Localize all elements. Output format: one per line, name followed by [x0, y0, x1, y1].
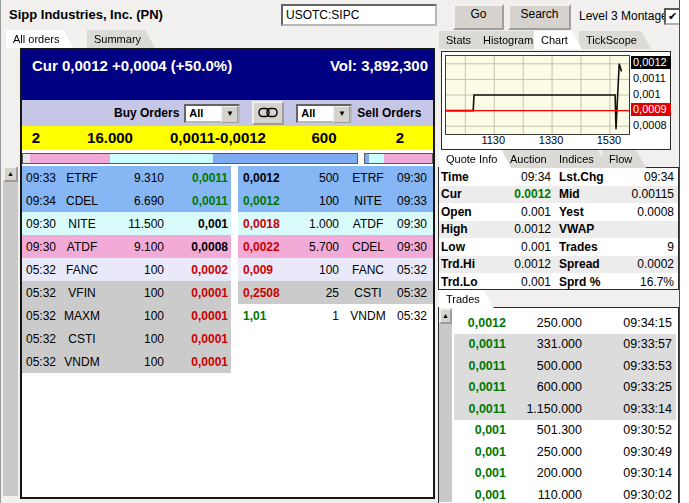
trade-time: 09:30:52	[582, 423, 676, 437]
bid-row-half[interactable]: 09:30 NITE 11.500 0,001	[22, 212, 231, 235]
trade-time: 09:34:15	[582, 316, 676, 330]
bid-mm: VNDM	[60, 355, 104, 369]
inside-spread: 0,0011-0,0012	[170, 126, 266, 150]
ask-row-half[interactable]: 0,0018 1.000 ATDF 09:30	[238, 212, 433, 235]
ask-row-half[interactable]: 0,0012 100 NITE 09:33	[238, 189, 433, 212]
montage-row[interactable]: 09:34 CDEL 6.690 0,0011 0,0012 100 NITE …	[22, 189, 433, 212]
ask-row-half[interactable]: 1,01 1 VNDM 05:32	[238, 304, 433, 327]
chevron-down-icon[interactable]: ▼	[333, 106, 350, 123]
ask-row-half[interactable]	[238, 327, 433, 350]
quote-label: Trd.Hi	[439, 257, 491, 271]
bid-mm: FANC	[60, 263, 104, 277]
ask-row-half[interactable]: 0,0022 5.700 CDEL 09:30	[238, 235, 433, 258]
buy-orders-label: Buy Orders	[114, 106, 179, 120]
bid-row-half[interactable]: 05:32 MAXM 100 0,0001	[22, 304, 231, 327]
trade-price: 0,0012	[454, 316, 506, 330]
quote-label: Time	[439, 170, 491, 184]
ask-price: 1,01	[238, 309, 305, 323]
trade-time: 09:33:57	[582, 337, 676, 351]
tab-tickscope[interactable]: TickScope	[579, 31, 651, 49]
montage-scrollbar[interactable]: ▲	[3, 166, 18, 496]
bid-row-half[interactable]: 05:32 CSTI 100 0,0001	[22, 327, 231, 350]
chart-xtick-label: 1530	[597, 134, 621, 146]
ask-mm: ATDF	[345, 217, 391, 231]
ask-time: 09:30	[391, 240, 433, 254]
ask-size: 1	[305, 309, 345, 323]
go-button[interactable]: Go	[453, 4, 504, 30]
montage-row[interactable]: 05:32 FANC 100 0,0002 0,009 100 FANC 05:…	[22, 258, 433, 281]
trade-row: 0,001 200.000 09:30:14	[454, 463, 676, 485]
bid-mm: MAXM	[60, 309, 104, 323]
ask-row-half[interactable]	[238, 350, 433, 373]
bid-row-half[interactable]: 09:30 ATDF 9.100 0,0008	[22, 235, 231, 258]
symbol-input[interactable]	[281, 4, 437, 26]
ask-mm: VNDM	[345, 309, 391, 323]
chart-x-axis: 113013301530	[445, 134, 630, 148]
trade-time: 09:30:14	[582, 466, 676, 480]
scroll-up-icon[interactable]: ▲	[439, 308, 452, 324]
volume-text: Vol: 3,892,300	[330, 57, 428, 74]
ask-time: 09:33	[391, 194, 433, 208]
ask-row-half[interactable]: 0,009 100 FANC 05:32	[238, 258, 433, 281]
bid-size: 100	[104, 263, 168, 277]
quote-value: 0.0002	[615, 257, 678, 271]
montage-row[interactable]: 09:30 NITE 11.500 0,001 0,0018 1.000 ATD…	[22, 212, 433, 235]
quote-label: Open	[439, 205, 491, 219]
chevron-down-icon[interactable]: ▼	[221, 106, 238, 123]
ask-price: 0,0018	[238, 217, 305, 231]
buy-filter-select[interactable]: All ▼	[184, 104, 240, 123]
bid-mm-count: 2	[32, 126, 40, 150]
bid-time: 05:32	[22, 309, 60, 323]
sell-filter-select[interactable]: All ▼	[296, 104, 352, 123]
tab-all-orders[interactable]: All orders	[6, 30, 73, 48]
trade-size: 500.000	[506, 359, 582, 373]
level3-montage-label: Level 3 Montage	[579, 9, 668, 23]
ask-size: 100	[305, 263, 345, 277]
bid-row-half[interactable]: 09:33 ETRF 9.310 0,0011	[22, 166, 231, 189]
ask-time: 09:30	[391, 217, 433, 231]
bid-time: 09:30	[22, 217, 60, 231]
ask-row-half[interactable]: 0,2508 25 CSTI 05:32	[238, 281, 433, 304]
ask-row-half[interactable]: 0,0012 500 ETRF 09:30	[238, 166, 433, 189]
montage-row[interactable]: 09:33 ETRF 9.310 0,0011 0,0012 500 ETRF …	[22, 166, 433, 189]
sell-filter-value: All	[301, 107, 315, 119]
chart-ytick-label: 0,0009	[631, 103, 671, 116]
tab-flow[interactable]: Flow	[602, 150, 646, 168]
trade-size: 600.000	[506, 380, 582, 394]
chart-xtick-label: 1330	[539, 134, 563, 146]
quote-label: Mid	[551, 187, 615, 201]
montage-row[interactable]: 05:32 VNDM 100 0,0001	[22, 350, 433, 373]
tab-summary[interactable]: Summary	[87, 30, 155, 48]
bid-row-half[interactable]: 05:32 VNDM 100 0,0001	[22, 350, 231, 373]
link-filters-button[interactable]	[252, 101, 284, 125]
trade-time: 09:33:14	[582, 402, 676, 416]
montage-row[interactable]: 05:32 MAXM 100 0,0001 1,01 1 VNDM 05:32	[22, 304, 433, 327]
bid-size: 100	[104, 286, 168, 300]
quote-info-panel: Time 09:34 Lst.Chg 09:34 Cur 0.0012 Mid …	[438, 167, 679, 290]
tab-chart[interactable]: Chart	[534, 31, 582, 49]
chart-y-axis: 0,00120,00110,0010,00090,0008	[631, 55, 669, 135]
montage-row[interactable]: 05:32 CSTI 100 0,0001	[22, 327, 433, 350]
depth-bars	[22, 153, 433, 164]
tab-trades[interactable]: Trades	[439, 290, 494, 308]
ask-mm: NITE	[345, 194, 391, 208]
tab-indices[interactable]: Indices	[552, 150, 608, 168]
chain-link-icon	[258, 104, 278, 122]
sell-depth-bar	[364, 153, 433, 164]
montage-row[interactable]: 05:32 VFIN 100 0,0001 0,2508 25 CSTI 05:…	[22, 281, 433, 304]
bid-size: 9.310	[104, 171, 168, 185]
ask-price: 0,009	[238, 263, 305, 277]
scroll-up-icon[interactable]: ▲	[3, 166, 18, 182]
tab-quote-info[interactable]: Quote Info	[439, 150, 511, 168]
bid-row-half[interactable]: 05:32 FANC 100 0,0002	[22, 258, 231, 281]
bid-row-half[interactable]: 05:32 VFIN 100 0,0001	[22, 281, 231, 304]
trades-scrollbar[interactable]: ▲	[439, 308, 452, 502]
quote-row: Open 0.001 Yest 0.0008	[439, 203, 678, 221]
bid-time: 09:30	[22, 240, 60, 254]
bid-row-half[interactable]: 09:34 CDEL 6.690 0,0011	[22, 189, 231, 212]
quote-label: Trd.Lo	[439, 275, 491, 289]
search-button[interactable]: Search	[508, 4, 571, 30]
depth-segment	[384, 154, 432, 163]
ask-size: 5.700	[305, 240, 345, 254]
montage-row[interactable]: 09:30 ATDF 9.100 0,0008 0,0022 5.700 CDE…	[22, 235, 433, 258]
